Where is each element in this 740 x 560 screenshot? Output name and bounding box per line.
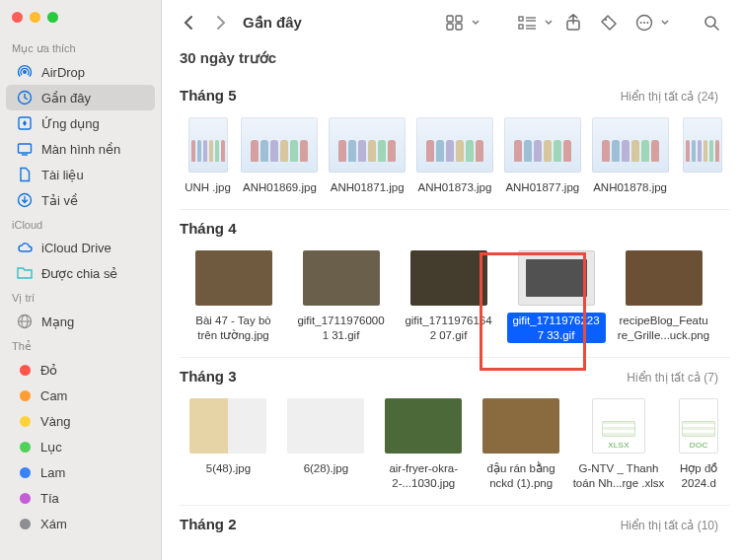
forward-button[interactable] xyxy=(207,10,233,35)
icon-view-icon[interactable] xyxy=(440,9,470,36)
sidebar-item[interactable]: Gần đây xyxy=(6,85,155,110)
month-header: Tháng 2Hiển thị tất cả (10) xyxy=(180,505,730,536)
sidebar-section-label: Vị trí xyxy=(0,286,161,309)
svg-point-20 xyxy=(605,19,607,21)
month-header: Tháng 4 xyxy=(180,209,730,241)
file-thumbnail xyxy=(385,398,462,454)
svg-rect-9 xyxy=(447,16,453,22)
search-button[interactable] xyxy=(697,9,726,36)
file-name: đậu rán bằng nckd (1).png xyxy=(473,460,570,491)
file-grid: UNH .jpgANH01869.jpgANH01871.jpgANH01873… xyxy=(180,107,730,209)
airdrop-icon xyxy=(16,63,34,81)
show-all-button[interactable]: Hiển thị tất cả (10) xyxy=(621,519,718,532)
file-thumbnail xyxy=(683,117,722,173)
sidebar-item-label: Ứng dụng xyxy=(41,116,100,131)
tag-dot-icon xyxy=(20,442,31,453)
tag-dot-icon xyxy=(20,493,31,504)
svg-point-24 xyxy=(646,22,648,24)
clock-icon xyxy=(16,89,34,106)
sidebar-item[interactable]: Lục xyxy=(6,434,155,459)
sidebar-item[interactable]: Tía xyxy=(6,485,155,511)
show-all-button[interactable]: Hiển thị tất cả (24) xyxy=(621,90,718,104)
file-item[interactable]: ANH01878.jpg xyxy=(586,113,674,195)
file-thumbnail xyxy=(195,250,272,306)
file-item[interactable] xyxy=(674,113,730,195)
file-thumbnail xyxy=(329,117,406,173)
file-name: gifit_17119760001 31.gif xyxy=(292,313,391,343)
sidebar-item[interactable]: Tài liệu xyxy=(6,162,155,187)
sidebar-item[interactable]: Lam xyxy=(6,459,155,485)
content-area[interactable]: 30 ngày trước Tháng 5Hiển thị tất cả (24… xyxy=(162,45,740,560)
file-thumbnail xyxy=(482,398,559,454)
file-thumbnail xyxy=(518,250,595,306)
sidebar-item-label: AirDrop xyxy=(41,65,85,80)
group-icon xyxy=(513,9,543,36)
file-item[interactable]: 6(28).jpg xyxy=(277,394,375,491)
file-item[interactable]: recipeBlog_Featu re_Grille...uck.png xyxy=(610,246,717,343)
sidebar: Mục ưa thíchAirDropGần đâyỨng dụngMàn hì… xyxy=(0,0,162,560)
view-mode-group[interactable] xyxy=(440,9,480,36)
file-thumbnail: DOC xyxy=(679,398,718,454)
tag-dot-icon xyxy=(20,519,31,529)
file-thumbnail xyxy=(189,398,266,454)
month-name: Tháng 2 xyxy=(180,510,237,532)
file-item[interactable]: ANH01869.jpg xyxy=(236,113,324,195)
file-thumbnail xyxy=(416,117,493,173)
file-item[interactable]: đậu rán bằng nckd (1).png xyxy=(473,394,570,491)
cloud-icon xyxy=(16,239,34,256)
file-item[interactable]: DOCHợp đồ 2024.d xyxy=(667,394,730,491)
file-item[interactable]: Bài 47 - Tay bò trên tường.jpg xyxy=(180,246,287,343)
file-name xyxy=(700,179,705,181)
recents-header: 30 ngày trước xyxy=(180,45,740,77)
chevron-down-icon xyxy=(545,20,553,26)
sidebar-item[interactable]: iCloud Drive xyxy=(6,235,155,260)
toolbar: Gần đây xyxy=(162,0,740,45)
group-by-button[interactable] xyxy=(513,9,553,36)
back-button[interactable] xyxy=(176,10,201,35)
action-menu-button[interactable] xyxy=(629,9,669,36)
file-thumbnail: XLSX xyxy=(592,398,645,454)
sidebar-item-label: Xám xyxy=(40,517,67,531)
tag-dot-icon xyxy=(20,416,31,427)
file-item[interactable]: gifit_17119761642 07.gif xyxy=(395,246,502,343)
file-item[interactable]: air-fryer-okra-2-...1030.jpg xyxy=(375,394,473,491)
file-item[interactable]: ANH01877.jpg xyxy=(498,113,586,195)
sidebar-item[interactable]: Được chia sẻ xyxy=(6,260,155,286)
tags-button[interactable] xyxy=(594,9,624,36)
share-button[interactable] xyxy=(558,9,588,36)
file-item[interactable]: gifit_17119762237 33.gif xyxy=(502,246,610,343)
sidebar-item[interactable]: Xám xyxy=(6,511,155,536)
sidebar-item[interactable]: Ứng dụng xyxy=(6,110,155,136)
minimize-window[interactable] xyxy=(30,12,40,23)
file-name: G-NTV _ Thanh toán Nh...rge .xlsx xyxy=(570,460,668,491)
month-header: Tháng 5Hiển thị tất cả (24) xyxy=(180,77,730,107)
svg-rect-13 xyxy=(519,17,523,21)
svg-rect-10 xyxy=(456,16,462,22)
sidebar-item[interactable]: Cam xyxy=(6,383,155,408)
file-name: recipeBlog_Featu re_Grille...uck.png xyxy=(615,313,713,343)
file-item[interactable]: ANH01871.jpg xyxy=(324,113,411,195)
file-item[interactable]: XLSXG-NTV _ Thanh toán Nh...rge .xlsx xyxy=(570,394,668,491)
svg-point-22 xyxy=(640,22,642,24)
close-window[interactable] xyxy=(12,12,23,23)
shared-icon xyxy=(16,264,34,282)
sidebar-item[interactable]: Mạng xyxy=(6,309,155,334)
sidebar-item-label: Đỏ xyxy=(40,363,57,378)
file-item[interactable]: UNH .jpg xyxy=(180,113,236,195)
sidebar-item-label: Tía xyxy=(40,491,59,506)
sidebar-item[interactable]: Tải về xyxy=(6,187,155,213)
sidebar-item[interactable]: Vàng xyxy=(6,408,155,434)
file-item[interactable]: gifit_17119760001 31.gif xyxy=(287,246,395,343)
file-name: ANH01871.jpg xyxy=(328,179,407,195)
file-item[interactable]: ANH01873.jpg xyxy=(411,113,499,195)
sidebar-item[interactable]: Màn hình nền xyxy=(6,136,155,162)
svg-line-26 xyxy=(714,26,718,30)
file-thumbnail xyxy=(188,117,228,173)
file-item[interactable]: 5(48).jpg xyxy=(180,394,277,491)
show-all-button[interactable]: Hiển thị tất cả (7) xyxy=(627,371,718,385)
sidebar-item-label: Tài liệu xyxy=(41,168,84,182)
sidebar-item[interactable]: AirDrop xyxy=(6,59,155,85)
sidebar-item[interactable]: Đỏ xyxy=(6,357,155,383)
file-name: air-fryer-okra-2-...1030.jpg xyxy=(375,460,473,491)
zoom-window[interactable] xyxy=(47,12,58,23)
